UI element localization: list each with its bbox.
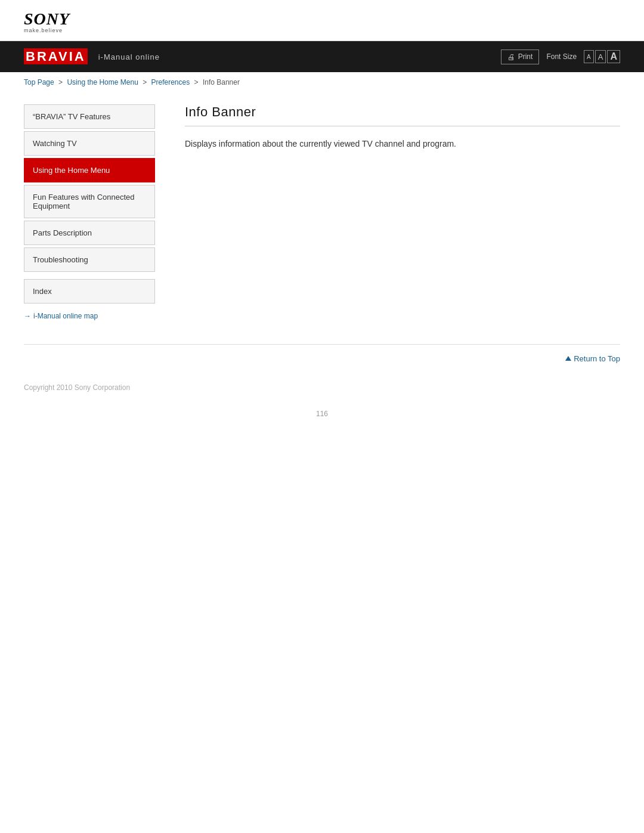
sidebar-map-link: → i-Manual online map [24,312,155,320]
logo-area: SONY make.believe [0,0,644,41]
sidebar-item-label: “BRAVIA” TV Features [33,112,110,121]
bravia-logo: BRAVIA [24,49,89,64]
breadcrumb-preferences[interactable]: Preferences [151,78,190,86]
sidebar-item-label: Troubleshooting [33,255,88,264]
sidebar-item-watching-tv[interactable]: Watching TV [24,131,155,156]
page-title: Info Banner [185,104,620,126]
font-size-controls: A A A [584,50,620,63]
sony-text: SONY [24,11,620,27]
sidebar-item-parts-description[interactable]: Parts Description [24,221,155,245]
triangle-up-icon [565,356,571,361]
copyright-text: Copyright 2010 Sony Corporation [24,383,130,392]
return-top-bar: Return to Top [24,344,620,371]
bravia-banner: BRAVIA i-Manual online 🖨 Print Font Size… [0,41,644,72]
content-area: Info Banner Displays information about t… [167,92,620,320]
sidebar-item-fun-features[interactable]: Fun Features with Connected Equipment [24,185,155,218]
breadcrumb: Top Page > Using the Home Menu > Prefere… [0,72,644,92]
breadcrumb-home-menu[interactable]: Using the Home Menu [67,78,138,86]
sidebar-item-label: Fun Features with Connected Equipment [33,193,135,210]
font-size-label: Font Size [546,52,577,61]
i-manual-title: i-Manual online [98,52,160,61]
sidebar: “BRAVIA” TV Features Watching TV Using t… [24,92,167,320]
sidebar-item-label: Index [33,287,52,296]
banner-left: BRAVIA i-Manual online [24,49,160,64]
sony-logo: SONY make.believe [24,11,620,33]
sidebar-item-label: Parts Description [33,228,92,237]
breadcrumb-sep3: > [194,78,199,86]
page-number: 116 [0,404,644,436]
i-manual-map-link[interactable]: → i-Manual online map [24,312,155,320]
footer: Copyright 2010 Sony Corporation [0,371,644,404]
bravia-logo-text: BRAVIA [24,48,88,64]
return-top-label: Return to Top [574,354,620,363]
breadcrumb-sep2: > [143,78,147,86]
breadcrumb-current: Info Banner [203,78,240,86]
print-icon: 🖨 [507,52,515,61]
sidebar-item-home-menu[interactable]: Using the Home Menu [24,158,155,182]
main-layout: “BRAVIA” TV Features Watching TV Using t… [0,92,644,320]
banner-right: 🖨 Print Font Size A A A [501,49,620,64]
map-link-arrow: → [24,312,31,320]
font-small-button[interactable]: A [584,50,594,63]
print-button[interactable]: 🖨 Print [501,49,540,64]
sidebar-item-bravia-features[interactable]: “BRAVIA” TV Features [24,104,155,129]
sidebar-item-index[interactable]: Index [24,279,155,304]
page-description: Displays information about the currently… [185,137,620,150]
sony-tagline: make.believe [24,28,620,33]
print-label: Print [518,52,533,61]
sidebar-item-troubleshooting[interactable]: Troubleshooting [24,247,155,272]
breadcrumb-sep1: > [58,78,63,86]
sidebar-item-label: Using the Home Menu [33,166,110,175]
font-large-button[interactable]: A [607,50,620,63]
map-link-text: i-Manual online map [33,312,98,320]
return-to-top-link[interactable]: Return to Top [565,354,620,363]
sidebar-item-label: Watching TV [33,139,77,148]
font-medium-button[interactable]: A [595,50,606,63]
breadcrumb-top-page[interactable]: Top Page [24,78,54,86]
